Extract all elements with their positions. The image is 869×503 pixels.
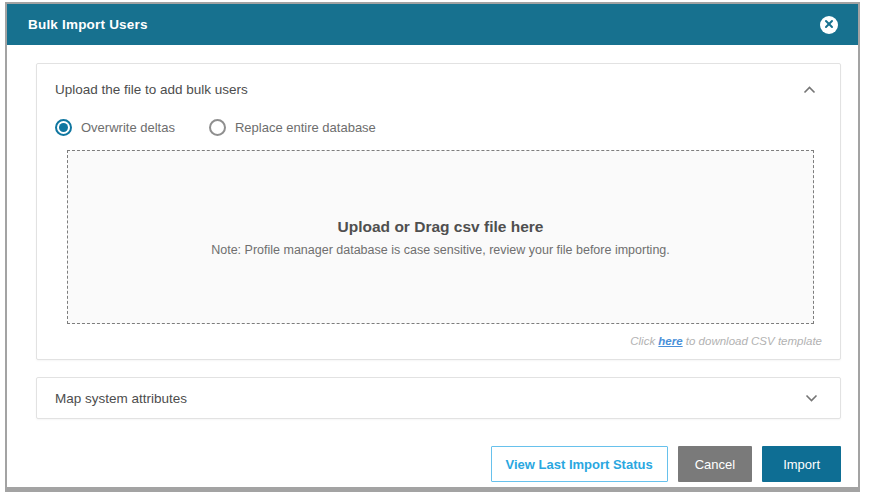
map-system-attributes-section[interactable]: Map system attributes xyxy=(36,377,841,419)
csv-upload-dropzone[interactable]: Upload or Drag csv file here Note: Profi… xyxy=(67,150,814,324)
csv-template-line: Click here to download CSV template xyxy=(55,335,822,347)
collapse-section-button[interactable] xyxy=(795,78,824,101)
chevron-down-icon xyxy=(797,390,826,406)
import-mode-radio-group: Overwrite deltas Replace entire database xyxy=(55,119,824,136)
radio-selected-icon xyxy=(55,119,72,136)
dropzone-note: Note: Profile manager database is case s… xyxy=(211,243,670,257)
dropzone-title: Upload or Drag csv file here xyxy=(338,218,544,236)
upload-section-header: Upload the file to add bulk users xyxy=(55,78,824,101)
upload-section-title: Upload the file to add bulk users xyxy=(55,82,248,97)
radio-label: Replace entire database xyxy=(235,120,376,135)
radio-label: Overwrite deltas xyxy=(81,120,175,135)
screen: Bulk Import Users Upload the file to add… xyxy=(0,0,869,503)
template-text-prefix: Click xyxy=(630,335,658,347)
dialog-header: Bulk Import Users xyxy=(7,4,858,45)
map-section-title: Map system attributes xyxy=(55,391,187,406)
close-button[interactable] xyxy=(820,16,838,34)
chevron-up-icon xyxy=(803,82,816,97)
radio-replace-entire-database[interactable]: Replace entire database xyxy=(209,119,376,136)
template-text-suffix: to download CSV template xyxy=(683,335,822,347)
csv-template-download-link[interactable]: here xyxy=(658,335,682,347)
radio-unselected-icon xyxy=(209,119,226,136)
upload-section: Upload the file to add bulk users Overwr… xyxy=(36,63,841,360)
radio-overwrite-deltas[interactable]: Overwrite deltas xyxy=(55,119,175,136)
view-last-import-status-button[interactable]: View Last Import Status xyxy=(491,446,668,482)
dialog-footer: View Last Import Status Cancel Import xyxy=(36,446,841,482)
import-button[interactable]: Import xyxy=(762,446,841,482)
bulk-import-users-dialog: Bulk Import Users Upload the file to add… xyxy=(5,2,860,492)
dialog-body: Upload the file to add bulk users Overwr… xyxy=(7,45,858,487)
dialog-title: Bulk Import Users xyxy=(28,17,148,32)
close-icon xyxy=(824,19,834,31)
cancel-button[interactable]: Cancel xyxy=(678,446,752,482)
